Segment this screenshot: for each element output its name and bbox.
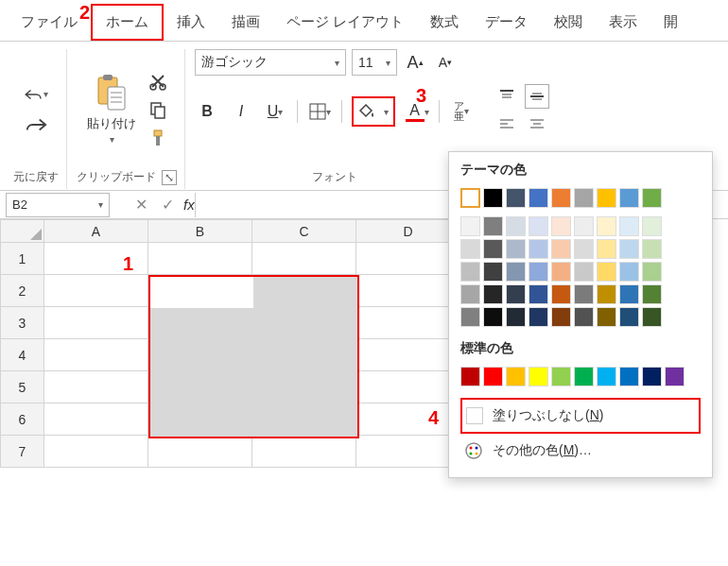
cell[interactable] [148,307,252,339]
row-header-3[interactable]: 3 [1,307,44,339]
theme-swatch[interactable] [551,216,571,236]
theme-swatch[interactable] [619,188,639,208]
row-header-4[interactable]: 4 [1,339,44,371]
theme-swatch[interactable] [483,307,503,327]
tab-formula[interactable]: 数式 [417,6,472,39]
tab-review[interactable]: 校閲 [541,6,596,39]
tab-draw[interactable]: 描画 [218,6,273,39]
theme-swatch[interactable] [506,216,526,236]
theme-swatch[interactable] [642,188,662,208]
theme-swatch[interactable] [619,262,639,282]
theme-swatch[interactable] [460,262,480,282]
tab-data[interactable]: データ [472,6,541,39]
align-middle-button[interactable] [525,84,549,109]
row-header-1[interactable]: 1 [1,243,44,275]
standard-swatch[interactable] [619,367,639,386]
standard-swatch[interactable] [460,367,480,386]
standard-swatch[interactable] [574,367,594,386]
theme-swatch[interactable] [529,216,548,236]
theme-swatch[interactable] [642,239,662,259]
cell[interactable] [252,307,356,339]
theme-swatch[interactable] [597,307,616,327]
theme-swatch[interactable] [460,307,480,327]
copy-button[interactable] [146,97,170,122]
theme-swatch[interactable] [619,284,639,304]
cell[interactable] [44,307,148,339]
cell[interactable] [44,371,148,403]
no-fill-option[interactable]: 塗りつぶしなし(N) [460,398,701,434]
tab-file[interactable]: ファイル [8,6,91,39]
theme-swatch[interactable] [506,307,526,327]
cell[interactable] [356,307,460,339]
theme-swatch[interactable] [551,262,571,282]
col-header-A[interactable]: A [44,220,148,243]
fill-color-button[interactable] [355,99,379,124]
cell[interactable] [44,275,148,307]
theme-swatch[interactable] [460,216,480,236]
tab-dev[interactable]: 開 [650,6,691,39]
theme-swatch[interactable] [506,239,526,259]
standard-swatch[interactable] [529,367,548,386]
cancel-formula-button[interactable]: ✕ [130,196,151,214]
cell[interactable] [252,275,356,307]
font-name-select[interactable]: 游ゴシック▾ [195,49,346,76]
theme-swatch[interactable] [574,307,594,327]
theme-swatch[interactable] [506,262,526,282]
theme-swatch[interactable] [574,284,594,304]
theme-swatch[interactable] [483,262,503,282]
cell[interactable] [148,371,252,403]
theme-swatch[interactable] [460,284,480,304]
cell[interactable] [148,243,252,275]
enter-formula-button[interactable]: ✓ [157,196,178,214]
cell[interactable] [356,371,460,403]
col-header-D[interactable]: D [356,220,460,243]
row-header-7[interactable]: 7 [1,436,44,468]
theme-swatch[interactable] [551,188,571,208]
cell[interactable] [252,436,356,468]
theme-swatch[interactable] [574,188,594,208]
format-painter-button[interactable] [146,126,170,150]
cell[interactable] [44,403,148,436]
row-header-6[interactable]: 6 [1,403,44,436]
standard-swatch[interactable] [642,367,662,386]
theme-swatch[interactable] [529,239,548,259]
theme-swatch[interactable] [551,284,571,304]
theme-swatch[interactable] [483,188,503,208]
cell[interactable] [252,371,356,403]
cell[interactable] [148,403,252,436]
cell[interactable] [356,339,460,371]
col-header-C[interactable]: C [252,220,356,243]
theme-swatch[interactable] [597,216,616,236]
increase-font-button[interactable]: A▴ [403,50,427,75]
tab-insert[interactable]: 挿入 [164,6,218,39]
tab-view[interactable]: 表示 [596,6,650,39]
theme-swatch[interactable] [506,284,526,304]
underline-button[interactable]: U ▾ [263,99,287,124]
theme-swatch[interactable] [529,284,548,304]
font-size-select[interactable]: 11▾ [352,49,397,76]
align-left-button[interactable] [494,112,519,137]
more-colors-option[interactable]: その他の色(M)… [460,434,701,468]
theme-swatch[interactable] [529,188,548,208]
theme-swatch[interactable] [597,284,616,304]
redo-button[interactable] [24,112,48,137]
standard-swatch[interactable] [483,367,503,386]
theme-swatch[interactable] [642,284,662,304]
row-header-5[interactable]: 5 [1,371,44,403]
select-all-corner[interactable] [1,220,44,243]
theme-swatch[interactable] [529,262,548,282]
clipboard-launcher[interactable]: ⤡ [162,170,177,185]
fill-color-dropdown[interactable]: ▾ [379,99,392,124]
decrease-font-button[interactable]: A▾ [433,50,458,75]
cut-button[interactable] [146,69,170,94]
cell[interactable] [44,339,148,371]
theme-swatch[interactable] [483,216,503,236]
col-header-B[interactable]: B [148,220,252,243]
theme-swatch[interactable] [619,307,639,327]
undo-button[interactable]: ▾ [24,82,48,107]
theme-swatch[interactable] [460,188,480,208]
theme-swatch[interactable] [551,239,571,259]
standard-swatch[interactable] [597,367,616,386]
theme-swatch[interactable] [460,239,480,259]
theme-swatch[interactable] [597,239,616,259]
